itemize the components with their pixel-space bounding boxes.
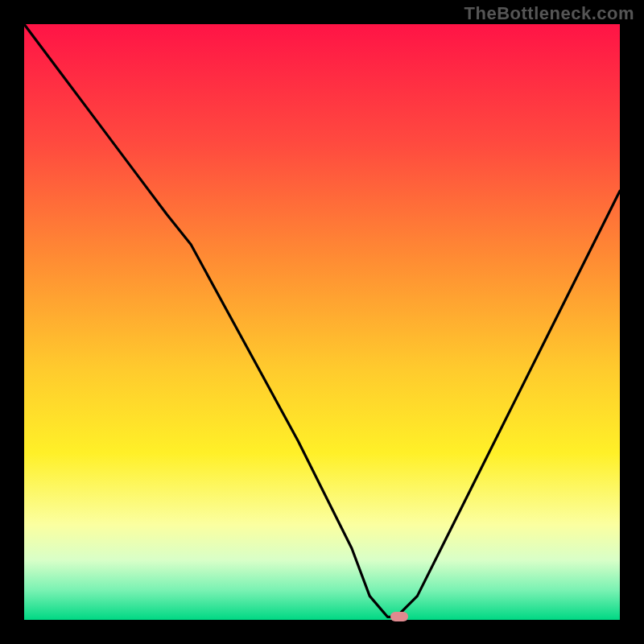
plot-area (24, 24, 620, 620)
bottleneck-curve (24, 24, 620, 620)
watermark-text: TheBottleneck.com (464, 3, 634, 24)
optimal-marker (390, 612, 408, 621)
chart-frame: TheBottleneck.com (0, 0, 644, 644)
